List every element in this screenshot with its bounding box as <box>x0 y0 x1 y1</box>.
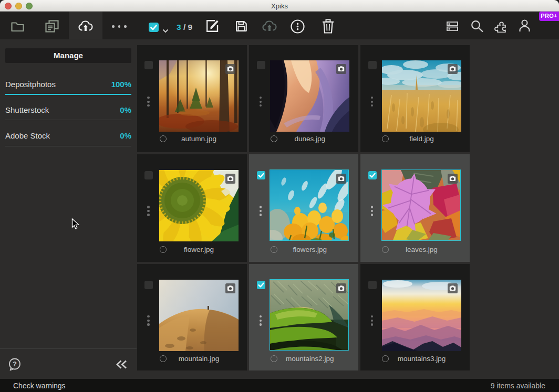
svg-text:?: ? <box>13 360 17 368</box>
